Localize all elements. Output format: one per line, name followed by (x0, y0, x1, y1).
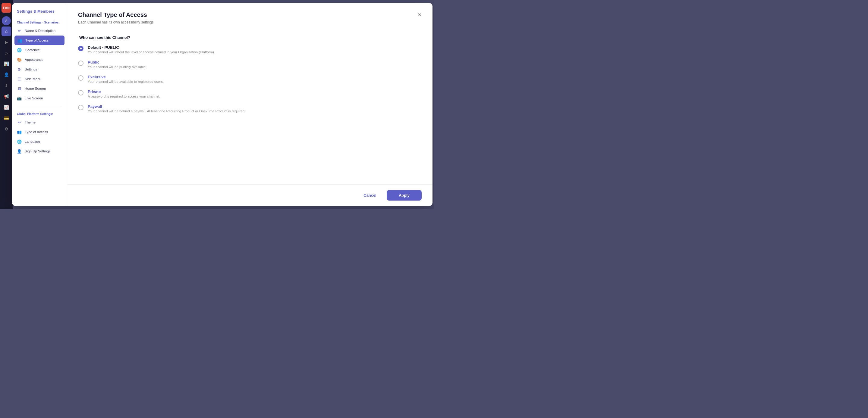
radio-option-public[interactable]: Public Your channel will be publicly ava… (78, 60, 422, 69)
channel-section-label: Channel Settings - Scenarios: (12, 18, 67, 26)
nav-settings[interactable]: ⚙ (1, 124, 11, 134)
sidebar-item-type-of-access[interactable]: 👥 Type of Access (14, 36, 64, 45)
global-users-icon: 👥 (17, 129, 22, 134)
radio-option-private[interactable]: Private A password is required to access… (78, 90, 422, 98)
sidebar-item-geofence[interactable]: 🌐 Geofence (12, 45, 67, 55)
appearance-icon: 🎨 (17, 57, 22, 62)
users-icon: 👥 (18, 38, 22, 43)
radio-title-private: Private (88, 90, 422, 94)
radio-public[interactable] (78, 61, 84, 66)
radio-desc-private: A password is required to access your ch… (88, 95, 422, 98)
radio-exclusive[interactable] (78, 75, 84, 81)
radio-title-public: Public (88, 60, 422, 64)
nav-analytics[interactable]: 📊 (1, 59, 11, 69)
sidebar-item-label: Type of Access (25, 38, 49, 42)
theme-icon: ✏ (17, 120, 22, 125)
radio-label-paywall: Paywall Your channel will be behind a pa… (88, 104, 422, 113)
radio-paywall[interactable] (78, 105, 84, 110)
sidebar-item-label: Type of Access (25, 130, 48, 134)
nav-analytics2[interactable]: 📈 (1, 102, 11, 112)
sidebar-item-label: Language (25, 140, 40, 143)
nav-video[interactable]: ▶ (1, 37, 11, 47)
modal-footer: Cancel Apply (67, 184, 433, 206)
nav-go[interactable]: ▷ (1, 48, 11, 58)
menu-icon: ☰ (17, 76, 22, 81)
sidebar-item-name-description[interactable]: ✏ Name & Description (12, 26, 67, 36)
left-nav: FAN S ⌂ ▶ ▷ 📊 👤 $ 📢 📈 💳 ⚙ (0, 0, 13, 209)
tv-icon: 📺 (17, 96, 22, 101)
sidebar-item-label: Settings (25, 67, 37, 71)
sidebar-title: Settings & Members (12, 9, 67, 18)
sidebar-item-label: Appearance (25, 58, 43, 61)
app-logo: FAN (1, 3, 11, 13)
sidebar-item-label: Geofence (25, 48, 40, 52)
apply-button[interactable]: Apply (387, 190, 422, 200)
signup-icon: 👤 (17, 149, 22, 154)
close-button[interactable]: × (415, 10, 424, 19)
radio-desc-default-public: Your channel will inherit the level of a… (88, 50, 422, 54)
sidebar-item-global-type-of-access[interactable]: 👥 Type of Access (12, 127, 67, 137)
global-section-label: Global Platform Settings: (12, 109, 67, 118)
settings-sidebar: Settings & Members Channel Settings - Sc… (12, 3, 67, 206)
modal-body: Who can see this Channel? Default - PUBL… (67, 29, 433, 184)
modal-header: Channel Type of Access Each Channel has … (67, 3, 433, 29)
sidebar-item-label: Theme (25, 121, 36, 124)
language-icon: 🌐 (17, 139, 22, 144)
sidebar-item-side-menu[interactable]: ☰ Side Menu (12, 74, 67, 84)
radio-private[interactable] (78, 90, 84, 95)
sidebar-item-theme[interactable]: ✏ Theme (12, 118, 67, 127)
radio-title-default-public: Default - PUBLIC (88, 45, 422, 50)
sidebar-item-label: Live Screen (25, 96, 43, 100)
sidebar-item-settings[interactable]: ⚙ Settings (12, 64, 67, 74)
radio-label-exclusive: Exclusive Your channel will be available… (88, 75, 422, 84)
sidebar-item-label: Sign Up Settings (25, 149, 51, 153)
radio-title-exclusive: Exclusive (88, 75, 422, 79)
pencil-icon: ✏ (17, 28, 22, 33)
radio-label-default-public: Default - PUBLIC Your channel will inher… (88, 45, 422, 54)
sidebar-divider (17, 106, 62, 106)
radio-option-paywall[interactable]: Paywall Your channel will be behind a pa… (78, 104, 422, 113)
radio-desc-public: Your channel will be publicly available. (88, 65, 422, 69)
sidebar-item-home-screen[interactable]: 🖥 Home Screen (12, 84, 67, 93)
sidebar-item-signup-settings[interactable]: 👤 Sign Up Settings (12, 147, 67, 156)
sidebar-item-appearance[interactable]: 🎨 Appearance (12, 55, 67, 64)
radio-option-exclusive[interactable]: Exclusive Your channel will be available… (78, 75, 422, 84)
gear-icon: ⚙ (17, 67, 22, 72)
nav-marketing[interactable]: 📢 (1, 92, 11, 101)
nav-sales[interactable]: $ (1, 81, 11, 90)
nav-billing[interactable]: 💳 (1, 113, 11, 123)
sidebar-item-language[interactable]: 🌐 Language (12, 137, 67, 147)
modal-wrapper: Settings & Members Channel Settings - Sc… (12, 3, 433, 206)
globe-icon: 🌐 (17, 47, 22, 53)
sidebar-item-label: Name & Description (25, 29, 56, 33)
sidebar-item-label: Home Screen (25, 87, 46, 90)
sidebar-item-label: Side Menu (25, 77, 41, 81)
radio-label-public: Public Your channel will be publicly ava… (88, 60, 422, 69)
sidebar-item-live-screen[interactable]: 📺 Live Screen (12, 93, 67, 103)
radio-default-public[interactable] (78, 46, 84, 51)
radio-option-default-public[interactable]: Default - PUBLIC Your channel will inher… (78, 45, 422, 54)
radio-desc-exclusive: Your channel will be available to regist… (88, 80, 422, 84)
radio-title-paywall: Paywall (88, 104, 422, 109)
modal-subtitle: Each Channel has its own accessibility s… (78, 20, 422, 24)
nav-home[interactable]: ⌂ (1, 27, 11, 36)
cancel-button[interactable]: Cancel (358, 190, 382, 200)
monitor-icon: 🖥 (17, 86, 22, 91)
section-question: Who can see this Channel? (78, 35, 422, 40)
modal-title: Channel Type of Access (78, 11, 422, 19)
modal-content: Channel Type of Access Each Channel has … (67, 3, 433, 206)
avatar[interactable]: S (2, 16, 11, 25)
nav-people[interactable]: 👤 (1, 70, 11, 79)
radio-label-private: Private A password is required to access… (88, 90, 422, 98)
radio-desc-paywall: Your channel will be behind a paywall. A… (88, 109, 422, 113)
